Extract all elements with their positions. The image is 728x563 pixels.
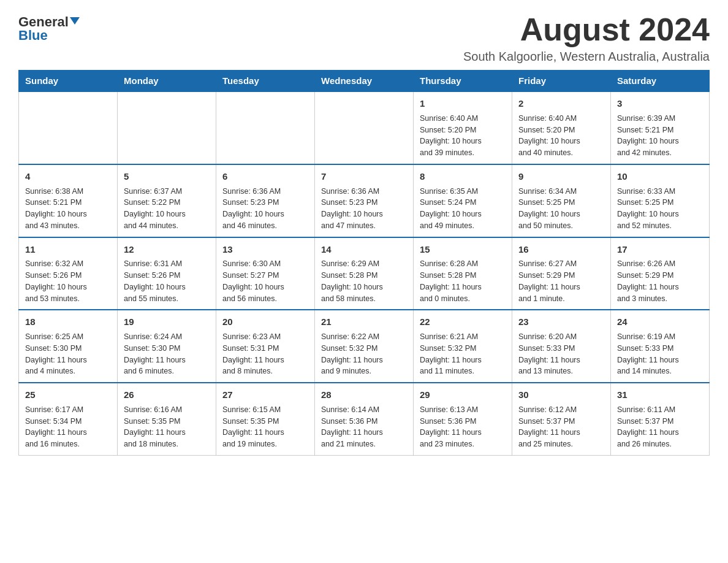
table-row: 6Sunrise: 6:36 AMSunset: 5:23 PMDaylight… (216, 164, 315, 237)
day-info: Sunrise: 6:29 AMSunset: 5:28 PMDaylight:… (321, 258, 407, 304)
header-monday: Monday (118, 71, 216, 92)
day-info: Sunrise: 6:27 AMSunset: 5:29 PMDaylight:… (518, 258, 604, 304)
table-row: 16Sunrise: 6:27 AMSunset: 5:29 PMDayligh… (512, 237, 611, 310)
table-row: 4Sunrise: 6:38 AMSunset: 5:21 PMDaylight… (19, 164, 118, 237)
header-thursday: Thursday (414, 71, 512, 92)
table-row (315, 91, 414, 164)
table-row: 12Sunrise: 6:31 AMSunset: 5:26 PMDayligh… (118, 237, 216, 310)
table-row: 27Sunrise: 6:15 AMSunset: 5:35 PMDayligh… (216, 383, 315, 455)
header-sunday: Sunday (19, 71, 118, 92)
day-info: Sunrise: 6:21 AMSunset: 5:32 PMDaylight:… (420, 331, 506, 377)
day-info: Sunrise: 6:13 AMSunset: 5:36 PMDaylight:… (420, 404, 506, 450)
day-number: 13 (222, 243, 308, 256)
header-wednesday: Wednesday (315, 71, 414, 92)
day-info: Sunrise: 6:36 AMSunset: 5:23 PMDaylight:… (321, 186, 407, 232)
day-info: Sunrise: 6:19 AMSunset: 5:33 PMDaylight:… (617, 331, 703, 377)
calendar-week-row: 1Sunrise: 6:40 AMSunset: 5:20 PMDaylight… (19, 91, 710, 164)
logo-blue-text: Blue (18, 29, 48, 42)
table-row: 23Sunrise: 6:20 AMSunset: 5:33 PMDayligh… (512, 310, 611, 383)
day-info: Sunrise: 6:22 AMSunset: 5:32 PMDaylight:… (321, 331, 407, 377)
day-info: Sunrise: 6:16 AMSunset: 5:35 PMDaylight:… (124, 404, 210, 450)
day-info: Sunrise: 6:30 AMSunset: 5:27 PMDaylight:… (222, 258, 308, 304)
day-number: 24 (617, 315, 703, 329)
day-info: Sunrise: 6:32 AMSunset: 5:26 PMDaylight:… (25, 258, 111, 304)
day-info: Sunrise: 6:33 AMSunset: 5:25 PMDaylight:… (617, 186, 703, 232)
day-number: 2 (518, 97, 604, 110)
table-row: 24Sunrise: 6:19 AMSunset: 5:33 PMDayligh… (611, 310, 710, 383)
table-row: 1Sunrise: 6:40 AMSunset: 5:20 PMDaylight… (414, 91, 512, 164)
day-number: 29 (420, 388, 506, 402)
day-info: Sunrise: 6:11 AMSunset: 5:37 PMDaylight:… (617, 404, 703, 450)
table-row: 20Sunrise: 6:23 AMSunset: 5:31 PMDayligh… (216, 310, 315, 383)
day-number: 30 (518, 388, 604, 402)
logo: General Blue (18, 12, 80, 42)
day-number: 25 (25, 388, 111, 402)
day-info: Sunrise: 6:38 AMSunset: 5:21 PMDaylight:… (25, 186, 111, 232)
table-row: 18Sunrise: 6:25 AMSunset: 5:30 PMDayligh… (19, 310, 118, 383)
day-number: 22 (420, 315, 506, 329)
day-info: Sunrise: 6:40 AMSunset: 5:20 PMDaylight:… (518, 113, 604, 159)
table-row: 3Sunrise: 6:39 AMSunset: 5:21 PMDaylight… (611, 91, 710, 164)
day-number: 4 (25, 170, 111, 183)
day-number: 6 (222, 170, 308, 183)
logo-triangle-icon (70, 17, 80, 25)
table-row: 28Sunrise: 6:14 AMSunset: 5:36 PMDayligh… (315, 383, 414, 455)
month-year-title: August 2024 (463, 12, 710, 47)
title-area: August 2024 South Kalgoorlie, Western Au… (463, 12, 710, 64)
table-row: 30Sunrise: 6:12 AMSunset: 5:37 PMDayligh… (512, 383, 611, 455)
day-number: 31 (617, 388, 703, 402)
day-number: 12 (124, 243, 210, 256)
day-number: 3 (617, 97, 703, 110)
day-info: Sunrise: 6:36 AMSunset: 5:23 PMDaylight:… (222, 186, 308, 232)
table-row: 8Sunrise: 6:35 AMSunset: 5:24 PMDaylight… (414, 164, 512, 237)
day-number: 1 (420, 97, 506, 110)
table-row: 10Sunrise: 6:33 AMSunset: 5:25 PMDayligh… (611, 164, 710, 237)
day-info: Sunrise: 6:40 AMSunset: 5:20 PMDaylight:… (420, 113, 506, 159)
day-info: Sunrise: 6:34 AMSunset: 5:25 PMDaylight:… (518, 186, 604, 232)
day-number: 20 (222, 315, 308, 329)
day-info: Sunrise: 6:15 AMSunset: 5:35 PMDaylight:… (222, 404, 308, 450)
day-number: 11 (25, 243, 111, 256)
table-row: 9Sunrise: 6:34 AMSunset: 5:25 PMDaylight… (512, 164, 611, 237)
table-row: 14Sunrise: 6:29 AMSunset: 5:28 PMDayligh… (315, 237, 414, 310)
day-info: Sunrise: 6:35 AMSunset: 5:24 PMDaylight:… (420, 186, 506, 232)
table-row: 5Sunrise: 6:37 AMSunset: 5:22 PMDaylight… (118, 164, 216, 237)
day-info: Sunrise: 6:26 AMSunset: 5:29 PMDaylight:… (617, 258, 703, 304)
day-info: Sunrise: 6:28 AMSunset: 5:28 PMDaylight:… (420, 258, 506, 304)
day-info: Sunrise: 6:37 AMSunset: 5:22 PMDaylight:… (124, 186, 210, 232)
table-row: 25Sunrise: 6:17 AMSunset: 5:34 PMDayligh… (19, 383, 118, 455)
table-row: 11Sunrise: 6:32 AMSunset: 5:26 PMDayligh… (19, 237, 118, 310)
header-tuesday: Tuesday (216, 71, 315, 92)
table-row: 17Sunrise: 6:26 AMSunset: 5:29 PMDayligh… (611, 237, 710, 310)
header: General Blue August 2024 South Kalgoorli… (18, 12, 710, 64)
day-number: 21 (321, 315, 407, 329)
calendar-header-row: Sunday Monday Tuesday Wednesday Thursday… (19, 71, 710, 92)
day-number: 5 (124, 170, 210, 183)
day-info: Sunrise: 6:12 AMSunset: 5:37 PMDaylight:… (518, 404, 604, 450)
day-number: 28 (321, 388, 407, 402)
day-info: Sunrise: 6:24 AMSunset: 5:30 PMDaylight:… (124, 331, 210, 377)
calendar-week-row: 11Sunrise: 6:32 AMSunset: 5:26 PMDayligh… (19, 237, 710, 310)
calendar-table: Sunday Monday Tuesday Wednesday Thursday… (18, 70, 710, 456)
day-number: 26 (124, 388, 210, 402)
day-number: 15 (420, 243, 506, 256)
table-row: 29Sunrise: 6:13 AMSunset: 5:36 PMDayligh… (414, 383, 512, 455)
day-info: Sunrise: 6:14 AMSunset: 5:36 PMDaylight:… (321, 404, 407, 450)
table-row: 21Sunrise: 6:22 AMSunset: 5:32 PMDayligh… (315, 310, 414, 383)
table-row: 19Sunrise: 6:24 AMSunset: 5:30 PMDayligh… (118, 310, 216, 383)
day-info: Sunrise: 6:25 AMSunset: 5:30 PMDaylight:… (25, 331, 111, 377)
day-number: 9 (518, 170, 604, 183)
calendar-week-row: 18Sunrise: 6:25 AMSunset: 5:30 PMDayligh… (19, 310, 710, 383)
table-row (216, 91, 315, 164)
day-number: 23 (518, 315, 604, 329)
day-number: 18 (25, 315, 111, 329)
day-number: 8 (420, 170, 506, 183)
calendar-week-row: 4Sunrise: 6:38 AMSunset: 5:21 PMDaylight… (19, 164, 710, 237)
table-row: 7Sunrise: 6:36 AMSunset: 5:23 PMDaylight… (315, 164, 414, 237)
table-row: 13Sunrise: 6:30 AMSunset: 5:27 PMDayligh… (216, 237, 315, 310)
table-row: 22Sunrise: 6:21 AMSunset: 5:32 PMDayligh… (414, 310, 512, 383)
location-subtitle: South Kalgoorlie, Western Australia, Aus… (463, 50, 710, 64)
day-info: Sunrise: 6:31 AMSunset: 5:26 PMDaylight:… (124, 258, 210, 304)
header-friday: Friday (512, 71, 611, 92)
table-row (19, 91, 118, 164)
